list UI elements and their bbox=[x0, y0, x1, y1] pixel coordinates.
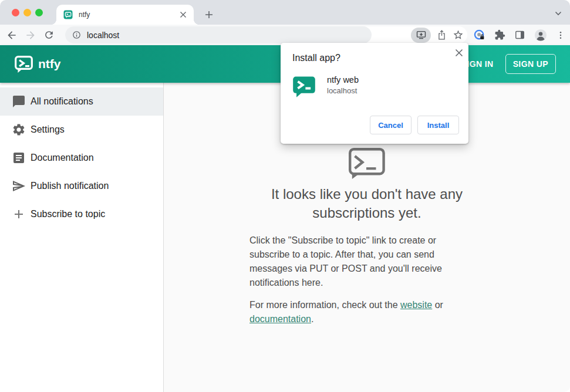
profile-avatar[interactable] bbox=[534, 29, 547, 42]
browser-tab-ntfy[interactable]: ntfy bbox=[56, 5, 194, 25]
install-app-dialog: Install app? ntfy web localhost Cancel I… bbox=[281, 43, 468, 144]
tab-close-icon[interactable] bbox=[180, 11, 187, 18]
address-field[interactable]: localhost bbox=[65, 26, 372, 43]
dialog-close-icon[interactable] bbox=[452, 46, 466, 60]
new-tab-button[interactable] bbox=[202, 8, 216, 22]
password-manager-extension-icon[interactable] bbox=[473, 29, 485, 41]
plus-icon bbox=[12, 207, 26, 221]
article-icon bbox=[12, 151, 26, 165]
extensions-puzzle-icon[interactable] bbox=[494, 29, 505, 40]
dialog-app-icon bbox=[292, 75, 316, 98]
sign-up-button[interactable]: SIGN UP bbox=[505, 54, 556, 74]
dialog-title: Install app? bbox=[292, 53, 457, 63]
bookmark-star-icon[interactable] bbox=[453, 29, 464, 40]
empty-state-terminal-icon bbox=[349, 148, 385, 180]
share-icon[interactable] bbox=[437, 29, 447, 40]
website-link[interactable]: website bbox=[400, 300, 432, 310]
page-info-icon[interactable] bbox=[72, 31, 81, 39]
address-text: localhost bbox=[87, 31, 119, 40]
empty-state-paragraph: Click the "Subscribe to topic" link to c… bbox=[249, 234, 484, 290]
install-button[interactable]: Install bbox=[417, 116, 459, 134]
cancel-button[interactable]: Cancel bbox=[370, 116, 412, 134]
minimize-window-button[interactable] bbox=[23, 9, 31, 16]
sidebar-item-publish-notification[interactable]: Publish notification bbox=[0, 172, 163, 200]
sidebar-item-documentation[interactable]: Documentation bbox=[0, 144, 163, 172]
reload-icon[interactable] bbox=[43, 29, 55, 40]
browser-window: ntfy bbox=[0, 0, 570, 392]
browser-menu-icon[interactable] bbox=[556, 31, 565, 40]
side-panel-icon[interactable] bbox=[514, 29, 525, 40]
gear-icon bbox=[12, 123, 26, 137]
tab-search-chevron-icon[interactable] bbox=[555, 11, 562, 16]
tab-title: ntfy bbox=[79, 11, 180, 19]
sidebar: All notifications Settings Documentation… bbox=[0, 83, 164, 392]
ntfy-logo bbox=[14, 55, 33, 73]
close-window-button[interactable] bbox=[12, 9, 19, 16]
more-info-paragraph: For more information, check out the webs… bbox=[249, 298, 484, 326]
sidebar-item-settings[interactable]: Settings bbox=[0, 116, 163, 144]
address-bar[interactable]: localhost bbox=[65, 26, 467, 43]
send-icon bbox=[12, 179, 26, 193]
tab-strip: ntfy bbox=[0, 0, 570, 25]
sidebar-item-all-notifications[interactable]: All notifications bbox=[0, 87, 163, 116]
zoom-window-button[interactable] bbox=[35, 9, 43, 16]
dialog-app-name: ntfy web bbox=[327, 75, 359, 85]
documentation-link[interactable]: documentation bbox=[249, 314, 311, 324]
forward-icon[interactable] bbox=[25, 29, 36, 41]
browser-toolbar: localhost bbox=[0, 25, 570, 45]
traffic-lights bbox=[12, 9, 43, 16]
install-app-icon[interactable] bbox=[411, 28, 431, 43]
ntfy-favicon bbox=[63, 10, 73, 19]
back-icon[interactable] bbox=[6, 29, 18, 41]
sidebar-item-subscribe-to-topic[interactable]: Subscribe to topic bbox=[0, 200, 163, 228]
dialog-app-origin: localhost bbox=[327, 86, 359, 95]
chat-bubble-icon bbox=[12, 94, 26, 109]
empty-state-heading: It looks like you don't have any subscri… bbox=[271, 185, 463, 222]
